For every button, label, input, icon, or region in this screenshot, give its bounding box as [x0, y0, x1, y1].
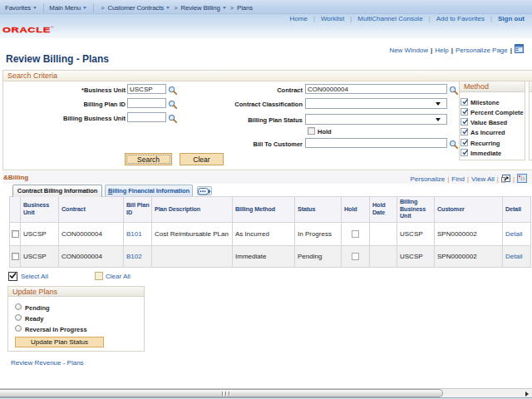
help-link[interactable]: Help: [435, 47, 448, 54]
detail-link[interactable]: Detail: [505, 253, 522, 260]
grid-icon[interactable]: [517, 174, 527, 185]
oracle-logo: ORACLE®: [2, 23, 54, 33]
scrollbar-grip: [222, 392, 224, 396]
hold-checkbox[interactable]: [352, 253, 359, 260]
clear-all-label[interactable]: Clear All: [106, 273, 131, 280]
breadcrumb-item-plans: Plans: [237, 4, 253, 12]
show-tabs-icon[interactable]: [197, 186, 212, 195]
worklist-link[interactable]: Worklist: [321, 15, 344, 22]
cell-contract: CON0000004: [59, 222, 124, 245]
link-separator: |: [423, 15, 436, 22]
billing-business-unit-lookup-icon[interactable]: [168, 112, 179, 123]
hold-checkbox[interactable]: [308, 127, 315, 135]
billing-plan-id-input[interactable]: [127, 98, 166, 108]
method-percent-complete-checkbox[interactable]: [461, 108, 468, 116]
cell-hold-date: [370, 245, 397, 267]
select-all-checkbox[interactable]: [8, 272, 17, 281]
sign-out-link[interactable]: Sign out: [498, 15, 525, 22]
col-plan-description: Plan Description: [152, 197, 233, 223]
method-recurring-label: Recurring: [470, 140, 500, 147]
add-to-favorites-link[interactable]: Add to Favorites: [436, 15, 485, 22]
pending-radio[interactable]: [15, 303, 22, 310]
pending-label: Pending: [25, 304, 50, 312]
bill-to-customer-input[interactable]: [305, 138, 447, 148]
multichannel-console-link[interactable]: MultiChannel Console: [357, 15, 422, 22]
tab-label: Billing Financial Information: [108, 187, 190, 195]
favorites-label: Favorites: [5, 4, 31, 12]
col-billing-business-unit: Billing Business Unit: [397, 197, 435, 223]
bill-plan-id-link[interactable]: B101: [126, 230, 142, 238]
breadcrumb: Favorites Main Menu > Customer Contracts…: [0, 0, 532, 14]
main-menu-label: Main Menu: [49, 4, 81, 12]
search-button[interactable]: Search: [125, 153, 172, 165]
method-milestone-checkbox[interactable]: [461, 98, 468, 106]
chevron-down-icon: [33, 7, 37, 9]
col-customer: Customer: [435, 197, 503, 223]
method-value-based-label: Value Based: [470, 119, 507, 126]
cutoff-groupbox: [529, 81, 532, 160]
personalize-page-link[interactable]: Personalize Page: [456, 47, 508, 54]
breadcrumb-item-review-billing[interactable]: Review Billing: [180, 4, 226, 12]
business-unit-input[interactable]: USCSP: [127, 84, 166, 94]
new-window-icon[interactable]: [515, 47, 524, 54]
download-icon[interactable]: [501, 175, 510, 185]
update-plan-status-button[interactable]: Update Plan Status: [15, 337, 104, 347]
home-link[interactable]: Home: [290, 15, 308, 22]
hold-checkbox[interactable]: [352, 230, 359, 238]
row-select-cell: [10, 222, 21, 245]
billing-business-unit-label: Billing Business Unit: [17, 115, 126, 122]
business-unit-lookup-icon[interactable]: [168, 84, 179, 95]
new-window-link[interactable]: New Window: [389, 47, 428, 54]
chevron-down-icon: [83, 7, 86, 9]
select-all-label[interactable]: Select All: [21, 273, 48, 280]
col-business-unit: Business Unit: [21, 197, 59, 223]
clear-button[interactable]: Clear: [180, 153, 224, 165]
table-row: USCSP CON0000004 B101 Cost Reimbursable …: [10, 222, 531, 245]
method-as-incurred-label: As Incurred: [470, 129, 505, 136]
method-immediate-checkbox[interactable]: [461, 149, 468, 156]
update-plans-header: Update Plans: [8, 287, 144, 297]
scrollbar-grip: [229, 392, 230, 396]
detail-link[interactable]: Detail: [505, 230, 522, 238]
row-select-checkbox[interactable]: [12, 253, 19, 260]
reversal-in-progress-radio[interactable]: [15, 325, 22, 332]
tab-contract-billing-information[interactable]: Contract Billing Information: [12, 185, 102, 197]
registered-mark: ®: [51, 25, 54, 29]
favorites-menu[interactable]: Favorites: [5, 4, 37, 12]
review-revenue-plans-link[interactable]: Review Revenue - Plans: [11, 359, 84, 367]
col-select: [10, 197, 21, 223]
col-contract: Contract: [59, 197, 124, 223]
breadcrumb-item-customer-contracts[interactable]: Customer Contracts: [108, 4, 171, 12]
row-select-checkbox[interactable]: [12, 230, 19, 238]
ready-label: Ready: [25, 315, 44, 323]
method-value-based-checkbox[interactable]: [461, 118, 468, 126]
chevron-down-icon: [223, 7, 226, 9]
breadcrumb-separator: >: [99, 4, 106, 12]
billing-business-unit-input[interactable]: [127, 112, 166, 122]
link-separator: |: [465, 175, 471, 183]
scroll-right-arrow-icon[interactable]: [525, 392, 529, 397]
contract-input[interactable]: CON0000004: [305, 84, 447, 94]
breadcrumb-item-label: Customer Contracts: [108, 4, 165, 12]
horizontal-scrollbar[interactable]: [0, 388, 532, 397]
row-select-cell: [10, 245, 21, 267]
ready-radio[interactable]: [15, 314, 22, 321]
clear-all-checkbox[interactable]: [95, 272, 103, 280]
cell-bill-plan-id: B101: [124, 222, 152, 245]
main-menu[interactable]: Main Menu: [49, 4, 87, 12]
bill-plan-id-link[interactable]: B102: [126, 253, 142, 260]
tab-billing-financial-information[interactable]: Billing Financial Information: [105, 185, 193, 197]
method-recurring-checkbox[interactable]: [461, 139, 468, 146]
personalize-link[interactable]: Personalize: [410, 175, 445, 183]
billing-plan-id-lookup-icon[interactable]: [168, 98, 179, 109]
find-link[interactable]: Find: [451, 175, 465, 183]
link-separator: |: [344, 15, 357, 22]
method-as-incurred-checkbox[interactable]: [461, 128, 468, 135]
view-all-link[interactable]: View All: [471, 175, 495, 183]
cell-status: Pending: [295, 245, 342, 267]
billing-plan-status-select[interactable]: [305, 114, 447, 125]
contract-classification-select[interactable]: [305, 98, 447, 109]
cell-customer: SPN0000002: [435, 222, 503, 245]
scrollbar-thumb[interactable]: [0, 389, 443, 397]
method-immediate-label: Immediate: [470, 150, 501, 157]
